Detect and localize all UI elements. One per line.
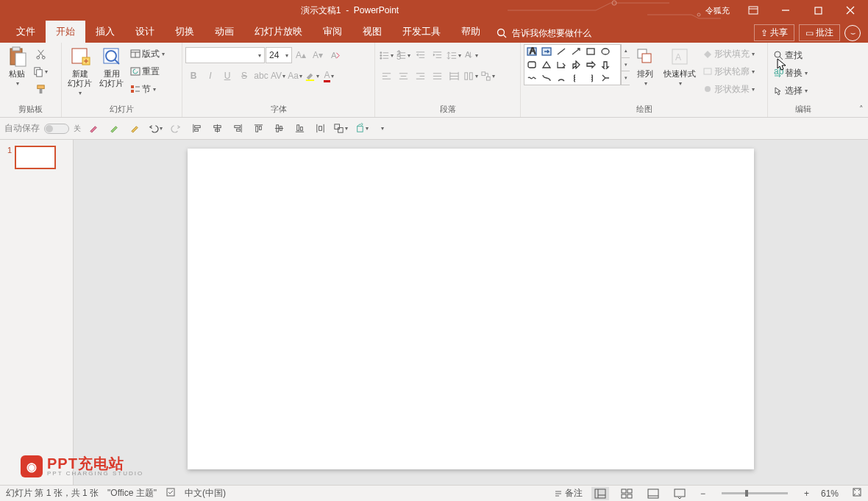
align-middle-qat-icon[interactable]: [271, 121, 287, 137]
align-bottom-qat-icon[interactable]: [291, 121, 307, 137]
font-name-combo[interactable]: ▾: [185, 47, 265, 63]
share-button[interactable]: ⇪共享: [754, 24, 794, 41]
shape-effects-button[interactable]: 形状效果▾: [700, 81, 757, 97]
copy-button[interactable]: ▾: [32, 63, 49, 79]
highlighter1-icon[interactable]: [85, 121, 102, 137]
thumbnail-1[interactable]: 1: [7, 146, 65, 169]
fit-to-window-button[interactable]: [852, 487, 862, 500]
shape-outline-button[interactable]: 形状轮廓▾: [700, 63, 757, 79]
close-button[interactable]: [836, 0, 865, 21]
layout-button[interactable]: 版式▾: [128, 46, 167, 62]
columns-button[interactable]: ▾: [463, 68, 479, 84]
numbering-button[interactable]: 123▾: [395, 47, 411, 63]
tab-file[interactable]: 文件: [6, 21, 46, 43]
zoom-out-button[interactable]: −: [697, 488, 708, 499]
notes-button[interactable]: 备注: [554, 487, 583, 500]
decrease-indent-button[interactable]: [412, 47, 428, 63]
quick-styles-button[interactable]: A 快速样式▾: [661, 44, 699, 88]
section-button[interactable]: 节▾: [128, 81, 167, 97]
decrease-font-icon[interactable]: A▾: [310, 47, 326, 63]
bold-button[interactable]: B: [185, 68, 202, 84]
svg-point-38: [380, 57, 382, 59]
feedback-smiley-icon[interactable]: ⌣: [844, 25, 861, 41]
sorter-view-button[interactable]: [618, 487, 636, 500]
align-center-h-qat-icon[interactable]: [209, 121, 225, 137]
align-right-qat-icon[interactable]: [230, 121, 246, 137]
strikethrough-button[interactable]: S: [236, 68, 252, 84]
paste-button[interactable]: 粘贴 ▾: [3, 44, 31, 88]
collapse-ribbon-icon[interactable]: ˄: [859, 104, 864, 114]
highlighter3-icon[interactable]: [127, 121, 143, 137]
smartart-button[interactable]: ▾: [480, 68, 496, 84]
shape-fill-button[interactable]: 形状填充▾: [700, 46, 757, 62]
distribute-button[interactable]: [446, 68, 462, 84]
cut-button[interactable]: [32, 46, 49, 62]
increase-font-icon[interactable]: A▴: [293, 47, 309, 63]
change-case-button[interactable]: Aa▾: [287, 68, 303, 84]
maximize-button[interactable]: [803, 0, 833, 21]
new-slide-button[interactable]: 新建 幻灯片▾: [65, 44, 95, 98]
thumbnail-preview[interactable]: [15, 146, 56, 169]
find-button[interactable]: 查找: [771, 47, 810, 63]
font-color-button[interactable]: A▾: [321, 68, 337, 84]
shapes-gallery[interactable]: A: [524, 44, 621, 85]
reset-button[interactable]: 重置: [128, 63, 167, 79]
highlight-button[interactable]: ▾: [304, 68, 320, 84]
line-spacing-button[interactable]: ▾: [446, 47, 462, 63]
zoom-level[interactable]: 61%: [821, 488, 839, 499]
normal-view-button[interactable]: [591, 487, 609, 500]
minimize-button[interactable]: [771, 0, 800, 21]
font-size-combo[interactable]: 24▾: [266, 47, 292, 63]
tab-help[interactable]: 帮助: [451, 21, 491, 43]
tab-slideshow[interactable]: 幻灯片放映: [244, 21, 313, 43]
tell-me-search[interactable]: 告诉我你想要做什么: [497, 27, 591, 43]
increase-indent-button[interactable]: [429, 47, 445, 63]
slide-thumbnails-pane[interactable]: 1: [0, 140, 74, 485]
tab-insert[interactable]: 插入: [85, 21, 125, 43]
align-top-qat-icon[interactable]: [250, 121, 266, 137]
arrange-button[interactable]: 排列▾: [631, 44, 659, 88]
status-language[interactable]: 中文(中国): [185, 487, 226, 500]
comments-button[interactable]: ▭批注: [799, 24, 840, 41]
char-spacing-button[interactable]: AV▾: [270, 68, 286, 84]
zoom-in-button[interactable]: +: [801, 488, 812, 499]
qat-more-icon[interactable]: ▾: [374, 121, 390, 137]
redo-button[interactable]: [168, 121, 184, 137]
italic-button[interactable]: I: [202, 68, 218, 84]
ribbon-mode-icon[interactable]: [739, 0, 768, 21]
tab-view[interactable]: 视图: [352, 21, 392, 43]
tab-transitions[interactable]: 切换: [165, 21, 204, 43]
align-left-qat-icon[interactable]: [188, 121, 204, 137]
clear-formatting-icon[interactable]: A: [327, 47, 343, 63]
tab-design[interactable]: 设计: [125, 21, 165, 43]
align-right-button[interactable]: [412, 68, 428, 84]
undo-button[interactable]: ▾: [147, 121, 163, 137]
shapes-gallery-scroll[interactable]: ▴▾▾: [621, 44, 630, 85]
autosave-toggle[interactable]: [44, 124, 69, 134]
shadow-button[interactable]: abc: [253, 68, 269, 84]
replace-button[interactable]: ab替换▾: [771, 65, 810, 81]
select-button[interactable]: 选择▾: [771, 82, 810, 99]
slide[interactable]: [188, 149, 754, 469]
underline-button[interactable]: U: [219, 68, 235, 84]
tab-home[interactable]: 开始: [46, 21, 85, 43]
highlighter2-icon[interactable]: [106, 121, 122, 137]
align-center-button[interactable]: [395, 68, 411, 84]
spellcheck-icon[interactable]: [166, 487, 176, 500]
tab-developer[interactable]: 开发工具: [392, 21, 451, 43]
group-qat-icon[interactable]: ▾: [332, 121, 349, 137]
reuse-slides-button[interactable]: 重用 幻灯片: [96, 44, 127, 90]
align-left-button[interactable]: [378, 68, 394, 84]
text-direction-button[interactable]: A▾: [463, 47, 479, 63]
slide-canvas-area[interactable]: [74, 140, 868, 485]
tab-animations[interactable]: 动画: [204, 21, 244, 43]
reading-view-button[interactable]: [644, 487, 662, 500]
tab-review[interactable]: 审阅: [313, 21, 352, 43]
justify-button[interactable]: [429, 68, 445, 84]
zoom-slider[interactable]: [722, 492, 788, 494]
slideshow-view-button[interactable]: [671, 487, 689, 500]
rotate-qat-icon[interactable]: ▾: [353, 121, 369, 137]
bullets-button[interactable]: ▾: [378, 47, 394, 63]
format-painter-button[interactable]: [32, 81, 49, 97]
distribute-h-qat-icon[interactable]: [312, 121, 328, 137]
